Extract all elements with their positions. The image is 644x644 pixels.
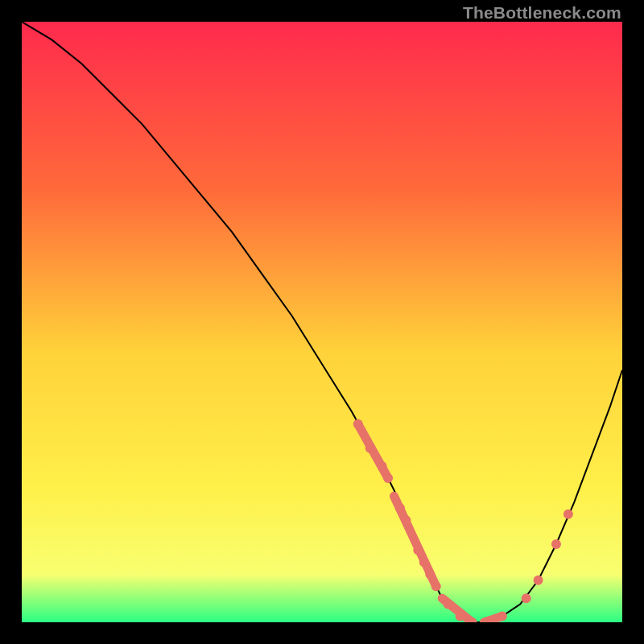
marker-dot (534, 576, 543, 585)
bottleneck-chart (22, 22, 622, 622)
marker-dot (425, 569, 435, 579)
marker-dot (365, 444, 375, 453)
marker-dot (456, 612, 465, 621)
marker-dot (444, 600, 453, 609)
marker-dot (564, 510, 573, 519)
marker-dot (497, 612, 507, 621)
marker-dot (522, 593, 531, 603)
marker-dot (395, 503, 405, 513)
marker-dot (431, 581, 441, 591)
marker-dot (378, 461, 387, 471)
marker-dot (413, 545, 423, 555)
chart-background (22, 22, 622, 622)
marker-dot (353, 419, 363, 429)
marker-dot (401, 515, 411, 525)
marker-dot (551, 539, 561, 549)
chart-frame (22, 22, 622, 622)
watermark-text: TheBottleneck.com (463, 3, 621, 23)
marker-dot (383, 473, 393, 483)
marker-dot (419, 557, 429, 567)
